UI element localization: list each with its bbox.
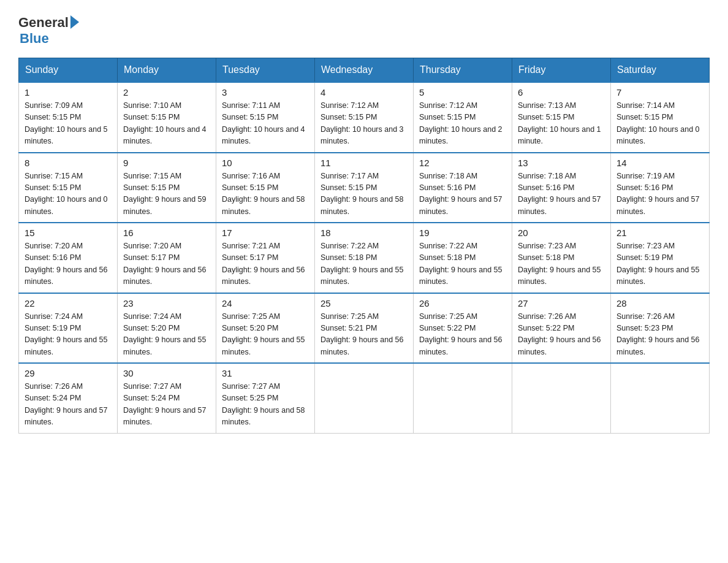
calendar-day-cell: 30 Sunrise: 7:27 AMSunset: 5:24 PMDaylig… <box>118 363 216 433</box>
day-info: Sunrise: 7:21 AMSunset: 5:17 PMDaylight:… <box>222 240 309 288</box>
day-of-week-header: Tuesday <box>216 58 315 83</box>
calendar-day-cell: 12 Sunrise: 7:18 AMSunset: 5:16 PMDaylig… <box>414 153 512 223</box>
day-info: Sunrise: 7:27 AMSunset: 5:25 PMDaylight:… <box>222 381 309 429</box>
logo-arrow-icon <box>70 15 79 29</box>
day-info: Sunrise: 7:09 AMSunset: 5:15 PMDaylight:… <box>25 100 112 148</box>
calendar-day-cell: 26 Sunrise: 7:25 AMSunset: 5:22 PMDaylig… <box>414 293 512 364</box>
day-number: 24 <box>222 298 309 308</box>
logo-blue-text: Blue <box>20 31 49 46</box>
day-number: 17 <box>222 228 309 238</box>
day-info: Sunrise: 7:26 AMSunset: 5:22 PMDaylight:… <box>518 311 605 359</box>
day-number: 6 <box>518 87 605 98</box>
day-info: Sunrise: 7:19 AMSunset: 5:16 PMDaylight:… <box>616 170 703 218</box>
day-number: 13 <box>518 158 605 168</box>
day-info: Sunrise: 7:25 AMSunset: 5:22 PMDaylight:… <box>419 311 506 359</box>
calendar-day-cell: 7 Sunrise: 7:14 AMSunset: 5:15 PMDayligh… <box>611 82 710 153</box>
calendar-day-cell: 11 Sunrise: 7:17 AMSunset: 5:15 PMDaylig… <box>315 153 414 223</box>
day-info: Sunrise: 7:18 AMSunset: 5:16 PMDaylight:… <box>518 170 605 218</box>
day-of-week-header: Monday <box>118 58 216 83</box>
day-info: Sunrise: 7:24 AMSunset: 5:19 PMDaylight:… <box>25 311 112 359</box>
day-number: 27 <box>518 298 605 308</box>
day-number: 4 <box>320 87 408 98</box>
calendar-day-cell: 13 Sunrise: 7:18 AMSunset: 5:16 PMDaylig… <box>512 153 611 223</box>
day-info: Sunrise: 7:15 AMSunset: 5:15 PMDaylight:… <box>123 170 210 218</box>
day-number: 22 <box>25 298 112 308</box>
calendar-day-cell: 18 Sunrise: 7:22 AMSunset: 5:18 PMDaylig… <box>315 223 414 293</box>
day-info: Sunrise: 7:20 AMSunset: 5:16 PMDaylight:… <box>25 240 112 288</box>
calendar-day-cell: 22 Sunrise: 7:24 AMSunset: 5:19 PMDaylig… <box>19 293 118 364</box>
calendar-day-cell: 27 Sunrise: 7:26 AMSunset: 5:22 PMDaylig… <box>512 293 611 364</box>
calendar-day-cell <box>611 363 710 433</box>
day-number: 20 <box>518 228 605 238</box>
calendar-day-cell: 25 Sunrise: 7:25 AMSunset: 5:21 PMDaylig… <box>315 293 414 364</box>
day-info: Sunrise: 7:11 AMSunset: 5:15 PMDaylight:… <box>222 100 309 148</box>
calendar-week-row: 29 Sunrise: 7:26 AMSunset: 5:24 PMDaylig… <box>19 363 710 433</box>
day-number: 23 <box>123 298 210 308</box>
calendar-day-cell: 8 Sunrise: 7:15 AMSunset: 5:15 PMDayligh… <box>19 153 118 223</box>
day-of-week-header: Sunday <box>19 58 118 83</box>
calendar-week-row: 15 Sunrise: 7:20 AMSunset: 5:16 PMDaylig… <box>19 223 710 293</box>
day-info: Sunrise: 7:13 AMSunset: 5:15 PMDaylight:… <box>518 100 605 148</box>
day-info: Sunrise: 7:15 AMSunset: 5:15 PMDaylight:… <box>25 170 112 218</box>
calendar-week-row: 22 Sunrise: 7:24 AMSunset: 5:19 PMDaylig… <box>19 293 710 364</box>
day-number: 28 <box>616 298 703 308</box>
day-info: Sunrise: 7:12 AMSunset: 5:15 PMDaylight:… <box>320 100 408 148</box>
day-info: Sunrise: 7:14 AMSunset: 5:15 PMDaylight:… <box>616 100 703 148</box>
day-number: 7 <box>616 87 703 98</box>
day-number: 21 <box>616 228 703 238</box>
day-number: 14 <box>616 158 703 168</box>
day-of-week-header: Friday <box>512 58 611 83</box>
day-number: 15 <box>25 228 112 238</box>
day-info: Sunrise: 7:16 AMSunset: 5:15 PMDaylight:… <box>222 170 309 218</box>
calendar-day-cell: 6 Sunrise: 7:13 AMSunset: 5:15 PMDayligh… <box>512 82 611 153</box>
logo-general-text: General <box>18 15 69 31</box>
day-info: Sunrise: 7:27 AMSunset: 5:24 PMDaylight:… <box>123 381 210 429</box>
day-number: 3 <box>222 87 309 98</box>
calendar-day-cell: 28 Sunrise: 7:26 AMSunset: 5:23 PMDaylig… <box>611 293 710 364</box>
calendar-day-cell <box>512 363 611 433</box>
calendar-day-cell: 29 Sunrise: 7:26 AMSunset: 5:24 PMDaylig… <box>19 363 118 433</box>
calendar-day-cell: 14 Sunrise: 7:19 AMSunset: 5:16 PMDaylig… <box>611 153 710 223</box>
day-number: 30 <box>123 368 210 378</box>
calendar-day-cell: 10 Sunrise: 7:16 AMSunset: 5:15 PMDaylig… <box>216 153 315 223</box>
day-number: 5 <box>419 87 506 98</box>
calendar-day-cell: 17 Sunrise: 7:21 AMSunset: 5:17 PMDaylig… <box>216 223 315 293</box>
day-info: Sunrise: 7:20 AMSunset: 5:17 PMDaylight:… <box>123 240 210 288</box>
day-number: 2 <box>123 87 210 98</box>
day-number: 8 <box>25 158 112 168</box>
day-of-week-header: Wednesday <box>315 58 414 83</box>
calendar-day-cell: 2 Sunrise: 7:10 AMSunset: 5:15 PMDayligh… <box>118 82 216 153</box>
day-number: 9 <box>123 158 210 168</box>
calendar-day-cell: 23 Sunrise: 7:24 AMSunset: 5:20 PMDaylig… <box>118 293 216 364</box>
calendar-day-cell: 4 Sunrise: 7:12 AMSunset: 5:15 PMDayligh… <box>315 82 414 153</box>
calendar-day-cell <box>315 363 414 433</box>
day-info: Sunrise: 7:12 AMSunset: 5:15 PMDaylight:… <box>419 100 506 148</box>
calendar-day-cell: 16 Sunrise: 7:20 AMSunset: 5:17 PMDaylig… <box>118 223 216 293</box>
page-header: General Blue <box>18 15 710 47</box>
day-info: Sunrise: 7:22 AMSunset: 5:18 PMDaylight:… <box>320 240 408 288</box>
day-of-week-header: Thursday <box>414 58 512 83</box>
day-info: Sunrise: 7:26 AMSunset: 5:23 PMDaylight:… <box>616 311 703 359</box>
calendar-day-cell: 5 Sunrise: 7:12 AMSunset: 5:15 PMDayligh… <box>414 82 512 153</box>
calendar-table: SundayMondayTuesdayWednesdayThursdayFrid… <box>18 58 710 434</box>
calendar-day-cell: 1 Sunrise: 7:09 AMSunset: 5:15 PMDayligh… <box>19 82 118 153</box>
day-info: Sunrise: 7:24 AMSunset: 5:20 PMDaylight:… <box>123 311 210 359</box>
day-info: Sunrise: 7:23 AMSunset: 5:18 PMDaylight:… <box>518 240 605 288</box>
day-number: 1 <box>25 87 112 98</box>
day-number: 25 <box>320 298 408 308</box>
day-info: Sunrise: 7:26 AMSunset: 5:24 PMDaylight:… <box>25 381 112 429</box>
day-number: 26 <box>419 298 506 308</box>
calendar-day-cell: 21 Sunrise: 7:23 AMSunset: 5:19 PMDaylig… <box>611 223 710 293</box>
day-info: Sunrise: 7:17 AMSunset: 5:15 PMDaylight:… <box>320 170 408 218</box>
calendar-day-cell <box>414 363 512 433</box>
day-number: 12 <box>419 158 506 168</box>
calendar-day-cell: 24 Sunrise: 7:25 AMSunset: 5:20 PMDaylig… <box>216 293 315 364</box>
calendar-day-cell: 3 Sunrise: 7:11 AMSunset: 5:15 PMDayligh… <box>216 82 315 153</box>
calendar-header-row: SundayMondayTuesdayWednesdayThursdayFrid… <box>19 58 710 83</box>
logo: General Blue <box>18 15 79 47</box>
day-info: Sunrise: 7:18 AMSunset: 5:16 PMDaylight:… <box>419 170 506 218</box>
day-number: 16 <box>123 228 210 238</box>
day-info: Sunrise: 7:23 AMSunset: 5:19 PMDaylight:… <box>616 240 703 288</box>
day-number: 31 <box>222 368 309 378</box>
calendar-week-row: 1 Sunrise: 7:09 AMSunset: 5:15 PMDayligh… <box>19 82 710 153</box>
